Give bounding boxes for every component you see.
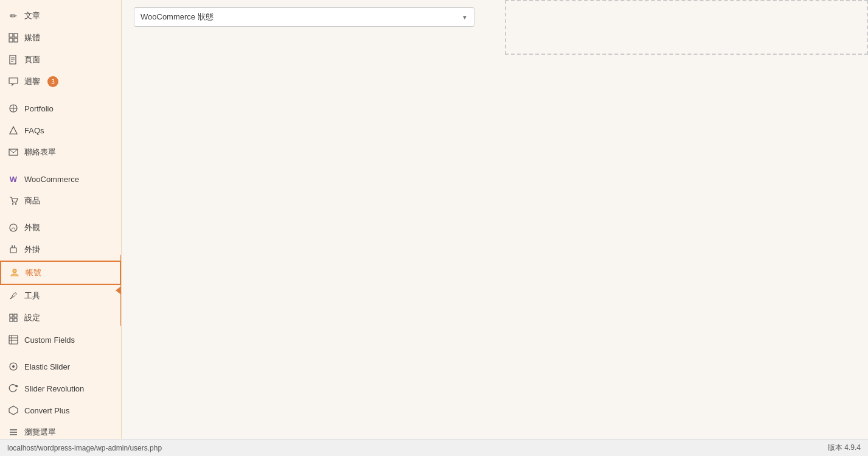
browse-icon bbox=[7, 426, 19, 438]
app-container: 文章 媒體 bbox=[0, 0, 868, 456]
sidebar-label-customfields: Custom Fields bbox=[24, 335, 75, 345]
chevron-down-icon: ▼ bbox=[462, 14, 468, 21]
status-version: 版本 4.9.4 bbox=[828, 443, 861, 453]
svg-rect-27 bbox=[9, 335, 18, 344]
sidebar-item-convertplus[interactable]: Convert Plus bbox=[0, 399, 121, 421]
sidebar-item-woocommerce[interactable]: W WooCommerce bbox=[0, 168, 121, 190]
sidebar-label-elasticslider: Elastic Slider bbox=[24, 362, 70, 371]
sidebar-item-elasticslider[interactable]: Elastic Slider bbox=[0, 356, 121, 377]
media-icon bbox=[7, 32, 19, 44]
woo-icon: W bbox=[7, 173, 19, 185]
dashed-area bbox=[505, 0, 868, 55]
sidebar-label-woocommerce: WooCommerce bbox=[24, 175, 79, 184]
sidebar-item-settings[interactable]: 設定 bbox=[0, 307, 121, 329]
svg-marker-33 bbox=[9, 406, 18, 415]
svg-rect-2 bbox=[9, 38, 13, 42]
convertplus-icon bbox=[7, 404, 19, 416]
sidebar-item-faqs[interactable]: FAQs bbox=[0, 119, 121, 141]
comment-icon bbox=[7, 75, 19, 88]
sidebar-item-users[interactable]: 帳號 bbox=[0, 261, 121, 285]
main-content: WooCommerce 狀態 ▼ bbox=[122, 0, 868, 456]
sidebar-label-convertplus: Convert Plus bbox=[24, 406, 69, 415]
sidebar-label-settings: 設定 bbox=[24, 312, 40, 323]
revolution-icon bbox=[7, 382, 19, 395]
sidebar-label-sliderrevolution: Slider Revolution bbox=[24, 384, 84, 393]
status-url: localhost/wordpress-image/wp-admin/users… bbox=[7, 444, 162, 452]
sidebar-item-products[interactable]: 商品 bbox=[0, 190, 121, 212]
sidebar-label-contact: 聯絡表單 bbox=[24, 147, 56, 158]
svg-point-13 bbox=[12, 203, 13, 205]
pencil-icon bbox=[7, 10, 19, 22]
svg-rect-26 bbox=[14, 318, 17, 321]
settings-icon bbox=[7, 312, 19, 324]
sidebar-item-customfields[interactable]: Custom Fields bbox=[0, 329, 121, 351]
sidebar-item-contact[interactable]: 聯絡表單 bbox=[0, 141, 121, 163]
sidebar-label-pages: 頁面 bbox=[24, 54, 40, 65]
woo-select-label: WooCommerce 狀態 bbox=[141, 12, 214, 23]
sidebar-item-sliderrevolution[interactable]: Slider Revolution bbox=[0, 377, 121, 399]
sidebar-item-media[interactable]: 媒體 bbox=[0, 27, 121, 49]
svg-point-32 bbox=[12, 365, 15, 368]
sidebar-label-portfolio: Portfolio bbox=[24, 104, 54, 113]
sidebar-item-plugins[interactable]: 外掛 bbox=[0, 239, 121, 261]
tools-icon bbox=[7, 290, 19, 302]
status-bar: localhost/wordpress-image/wp-admin/users… bbox=[0, 439, 868, 456]
faq-icon bbox=[7, 124, 19, 136]
sidebar-item-pages[interactable]: 頁面 bbox=[0, 49, 121, 71]
sidebar-item-portfolio[interactable]: Portfolio bbox=[0, 97, 121, 119]
user-icon bbox=[9, 267, 21, 279]
submenu-arrow bbox=[116, 287, 120, 294]
page-icon bbox=[7, 54, 19, 66]
svg-point-21 bbox=[13, 269, 16, 273]
sidebar-label-faqs: FAQs bbox=[24, 126, 44, 135]
sidebar-label-plugins: 外掛 bbox=[24, 244, 40, 255]
sidebar-item-articles[interactable]: 文章 bbox=[0, 5, 121, 27]
elasticslider-icon bbox=[7, 360, 19, 373]
product-icon bbox=[7, 195, 19, 207]
svg-rect-1 bbox=[14, 33, 18, 37]
comments-badge: 3 bbox=[47, 76, 58, 87]
customfields-icon bbox=[7, 334, 19, 346]
sidebar-label-articles: 文章 bbox=[24, 10, 40, 21]
sidebar: 文章 媒體 bbox=[0, 0, 122, 456]
svg-point-14 bbox=[15, 203, 16, 205]
svg-rect-0 bbox=[9, 33, 13, 37]
sidebar-label-browse: 瀏覽選單 bbox=[24, 427, 56, 438]
submenu-wrapper: 帳號 全部帳號 新增帳號 個人資訊 bbox=[0, 261, 121, 285]
portfolio-icon bbox=[7, 102, 19, 114]
sidebar-label-comments: 迴響 bbox=[24, 76, 40, 87]
contact-icon bbox=[7, 146, 19, 158]
svg-line-22 bbox=[10, 297, 12, 299]
sidebar-label-products: 商品 bbox=[24, 195, 40, 206]
sidebar-label-media: 媒體 bbox=[24, 32, 40, 43]
sidebar-label-appearance: 外觀 bbox=[24, 222, 40, 233]
sidebar-item-appearance[interactable]: 外觀 bbox=[0, 217, 121, 239]
plugin-icon bbox=[7, 244, 19, 256]
sidebar-item-tools[interactable]: 工具 bbox=[0, 285, 121, 307]
svg-rect-25 bbox=[10, 318, 13, 321]
sidebar-label-tools: 工具 bbox=[24, 290, 40, 301]
sidebar-item-comments[interactable]: 迴響 3 bbox=[0, 71, 121, 93]
appearance-icon bbox=[7, 222, 19, 234]
svg-marker-11 bbox=[10, 127, 17, 134]
woo-select[interactable]: WooCommerce 狀態 ▼ bbox=[134, 7, 474, 27]
svg-rect-24 bbox=[14, 314, 17, 317]
svg-rect-16 bbox=[10, 248, 16, 253]
svg-rect-23 bbox=[10, 314, 13, 317]
sidebar-label-users: 帳號 bbox=[26, 267, 41, 278]
svg-rect-3 bbox=[14, 38, 18, 42]
